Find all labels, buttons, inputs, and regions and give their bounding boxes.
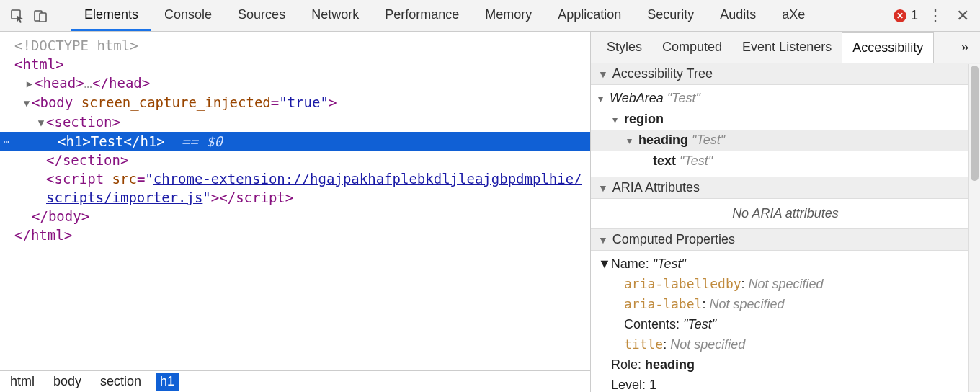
dom-node-head[interactable]: ▶<head>…</head> xyxy=(0,74,590,93)
aria-empty-message: No ARIA attributes xyxy=(591,199,980,228)
tab-label: Sources xyxy=(238,7,285,22)
tag-name: h1 xyxy=(66,133,82,149)
side-tab-styles[interactable]: Styles xyxy=(597,32,652,63)
scroll-thumb[interactable] xyxy=(971,66,979,181)
tab-network[interactable]: Network xyxy=(298,0,372,31)
tag-name: script xyxy=(236,190,285,205)
breadcrumb-body[interactable]: body xyxy=(49,373,86,391)
tab-application[interactable]: Application xyxy=(545,0,634,31)
computed-properties: ▼Name: "Test" aria-labelledby: Not speci… xyxy=(591,251,980,392)
section-aria-attributes[interactable]: ▼ ARIA Attributes xyxy=(591,177,980,199)
prop-key: aria-label xyxy=(624,296,702,311)
tab-label: Console xyxy=(164,7,212,22)
device-toggle-icon[interactable] xyxy=(30,6,50,26)
collapse-icon[interactable]: ▾ xyxy=(612,110,624,130)
dom-node-section-close[interactable]: </section> xyxy=(0,151,590,169)
section-title: Accessibility Tree xyxy=(612,66,713,81)
close-icon[interactable]: ✕ xyxy=(953,6,973,26)
prop-value: Not specified xyxy=(749,277,824,291)
section-computed-properties[interactable]: ▼ Computed Properties xyxy=(591,228,980,251)
collapse-icon[interactable]: ▾ xyxy=(598,89,610,109)
selection-hint: == $0 xyxy=(182,133,223,149)
main-area: <!DOCTYPE html> <html> ▶<head>…</head> ▼… xyxy=(0,32,980,392)
overflow-icon[interactable]: » xyxy=(956,40,974,55)
tab-label: Performance xyxy=(385,7,459,22)
side-panel: Styles Computed Event Listeners Accessib… xyxy=(591,32,980,392)
prop-value: Not specified xyxy=(709,297,784,311)
side-tab-event-listeners[interactable]: Event Listeners xyxy=(732,32,842,63)
inspect-icon[interactable] xyxy=(7,6,27,26)
scrollbar[interactable] xyxy=(968,64,980,392)
attr-name: src xyxy=(112,171,137,187)
tab-performance[interactable]: Performance xyxy=(372,0,472,31)
tab-axe[interactable]: aXe xyxy=(769,0,818,31)
collapse-icon[interactable]: ▼ xyxy=(36,113,46,132)
collapse-icon[interactable]: ▼ xyxy=(598,257,611,271)
prop-aria-labelledby: aria-labelledby: Not specified xyxy=(598,274,973,294)
dom-node-doctype[interactable]: <!DOCTYPE html> xyxy=(0,36,590,55)
tab-console[interactable]: Console xyxy=(151,0,225,31)
script-src-part1[interactable]: chrome-extension://hgajpakhafplebkdljlea… xyxy=(153,171,582,187)
node-text: Test xyxy=(91,133,124,149)
dom-node-body[interactable]: ▼<body screen_capture_injected="true"> xyxy=(0,93,590,112)
dom-node-html-close[interactable]: </html> xyxy=(0,226,590,244)
ax-node-webarea[interactable]: ▾WebArea "Test" xyxy=(598,88,973,109)
tab-sources[interactable]: Sources xyxy=(225,0,298,31)
side-tab-accessibility[interactable]: Accessibility xyxy=(842,32,934,63)
ax-node-heading-selected[interactable]: ▾heading "Test" xyxy=(591,130,980,151)
tab-audits[interactable]: Audits xyxy=(707,0,769,31)
tab-label: Security xyxy=(647,7,694,22)
expand-icon[interactable]: ▶ xyxy=(24,74,35,93)
ax-role: heading xyxy=(638,133,688,147)
prop-value: "Test" xyxy=(683,317,716,331)
prop-key: aria-labelledby xyxy=(624,276,741,291)
dom-node-html-open[interactable]: <html> xyxy=(0,55,590,74)
collapse-icon[interactable]: ▼ xyxy=(598,68,608,80)
prop-key: Role: xyxy=(611,357,641,372)
tab-memory[interactable]: Memory xyxy=(472,0,545,31)
breadcrumb-section[interactable]: section xyxy=(96,373,146,391)
tab-label: Computed xyxy=(662,40,722,55)
tab-label: Network xyxy=(311,7,359,22)
dom-node-body-close[interactable]: </body> xyxy=(0,207,590,226)
prop-value: 1 xyxy=(649,378,656,392)
collapse-icon[interactable]: ▾ xyxy=(627,130,638,151)
side-tab-computed[interactable]: Computed xyxy=(652,32,732,63)
kebab-menu-icon[interactable]: ⋮ xyxy=(925,6,945,26)
prop-value: heading xyxy=(645,357,695,372)
tab-label: Styles xyxy=(607,40,642,55)
dom-node-script-cont[interactable]: scripts/importer.js"></script> xyxy=(0,188,590,207)
ax-node-region[interactable]: ▾region xyxy=(598,109,973,130)
tag-name: body xyxy=(48,208,81,224)
ax-role: WebArea xyxy=(610,91,664,105)
dom-node-section[interactable]: ▼<section> xyxy=(0,112,590,132)
prop-name[interactable]: ▼Name: "Test" xyxy=(598,254,973,274)
dom-tree[interactable]: <!DOCTYPE html> <html> ▶<head>…</head> ▼… xyxy=(0,32,590,370)
ax-name: "Test" xyxy=(680,153,713,168)
ax-node-text[interactable]: text "Test" xyxy=(598,151,973,171)
dom-node-script[interactable]: <script src="chrome-extension://hgajpakh… xyxy=(0,169,590,188)
prop-key: title xyxy=(624,337,663,352)
section-title: ARIA Attributes xyxy=(612,180,700,195)
panel-tabs: Elements Console Sources Network Perform… xyxy=(71,0,818,31)
tag-name: section xyxy=(54,114,112,130)
tab-security[interactable]: Security xyxy=(634,0,707,31)
ax-name: "Test" xyxy=(667,91,700,105)
tag-name: script xyxy=(54,171,104,187)
elements-panel: <!DOCTYPE html> <html> ▶<head>…</head> ▼… xyxy=(0,32,591,392)
collapse-icon[interactable]: ▼ xyxy=(598,182,608,194)
prop-key: Contents: xyxy=(624,317,680,331)
tag-name: section xyxy=(63,152,120,168)
error-badge[interactable]: ✕ 1 xyxy=(894,8,918,23)
collapse-icon[interactable]: ▼ xyxy=(598,234,608,246)
tab-elements[interactable]: Elements xyxy=(71,0,151,31)
collapse-icon[interactable]: ▼ xyxy=(22,94,32,112)
attr-name: screen_capture_injected xyxy=(81,94,271,110)
dom-node-h1-selected[interactable]: ⋯ <h1>Test</h1> == $0 xyxy=(0,132,590,151)
tab-label: Memory xyxy=(485,7,532,22)
section-accessibility-tree[interactable]: ▼ Accessibility Tree xyxy=(591,63,980,85)
script-src-part2[interactable]: scripts/importer.js xyxy=(46,190,202,205)
tab-label: Application xyxy=(558,7,621,22)
breadcrumb-html[interactable]: html xyxy=(6,373,39,391)
breadcrumb-h1[interactable]: h1 xyxy=(156,373,179,391)
